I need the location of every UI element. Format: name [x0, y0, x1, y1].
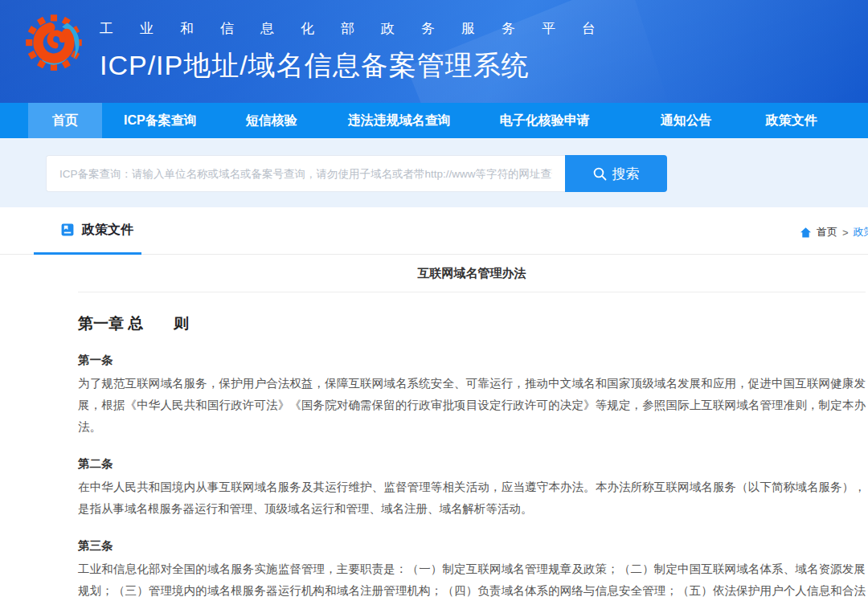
breadcrumb-separator: > — [842, 227, 849, 239]
law-article-body: 为了规范互联网域名服务，保护用户合法权益，保障互联网域名系统安全、可靠运行，推动… — [78, 373, 866, 438]
law-article-body: 工业和信息化部对全国的域名服务实施监督管理，主要职责是：（一）制定互联网域名管理… — [78, 558, 866, 605]
nav-item-policy-files[interactable]: 政策文件 — [766, 103, 817, 138]
nav-item-e-verify-apply[interactable]: 电子化核验申请 — [500, 103, 590, 138]
gear-e-logo-icon — [26, 6, 85, 76]
search-button[interactable]: 搜索 — [565, 155, 667, 192]
platform-name: 工业和信息化部政务服务平台 — [100, 19, 622, 38]
section-title: 政策文件 — [82, 222, 133, 239]
law-article-heading: 第一条 — [78, 353, 866, 368]
law-article-body: 在中华人民共和国境内从事互联网域名服务及其运行维护、监督管理等相关活动，应当遵守… — [78, 476, 866, 520]
icp-search-input[interactable] — [46, 155, 565, 192]
nav-item-illegal-domain-query[interactable]: 违法违规域名查询 — [348, 103, 451, 138]
section-tab-bar: 政策文件 首页 > 政策文件 — [0, 207, 868, 255]
breadcrumb-home[interactable]: 首页 — [817, 225, 837, 239]
law-article-2: 第二条 在中华人民共和国境内从事互联网域名服务及其运行维护、监督管理等相关活动，… — [78, 456, 866, 520]
site-title: ICP/IP地址/域名信息备案管理系统 — [100, 47, 622, 84]
nav-item-sms-verify[interactable]: 短信核验 — [246, 103, 297, 138]
miit-logo[interactable] — [26, 6, 85, 76]
nav-item-home[interactable]: 首页 — [28, 103, 102, 138]
chapter-heading: 第一章 总 则 — [78, 313, 866, 334]
book-icon — [60, 223, 75, 237]
policy-article: 互联网域名管理办法 第一章 总 则 第一条 为了规范互联网域名服务，保护用户合法… — [78, 255, 866, 605]
content-panel: 政策文件 首页 > 政策文件 互联网域名管理办法 第一章 总 则 第一条 为了规… — [0, 207, 868, 605]
tab-policy-files[interactable]: 政策文件 — [34, 207, 141, 255]
nav-item-notices[interactable]: 通知公告 — [661, 103, 712, 138]
breadcrumb: 首页 > 政策文件 — [800, 225, 868, 239]
law-article-3: 第三条 工业和信息化部对全国的域名服务实施监督管理，主要职责是：（一）制定互联网… — [78, 538, 866, 605]
document-title: 互联网域名管理办法 — [78, 255, 866, 292]
home-icon — [800, 227, 812, 239]
search-button-label: 搜索 — [612, 165, 640, 183]
site-header: 工业和信息化部政务服务平台 ICP/IP地址/域名信息备案管理系统 — [0, 0, 868, 103]
law-article-heading: 第二条 — [78, 456, 866, 472]
law-article-1: 第一条 为了规范互联网域名服务，保护用户合法权益，保障互联网域名系统安全、可靠运… — [78, 353, 866, 438]
search-section: 搜索 网站 APP 小程序 快应用 — [0, 138, 868, 207]
main-nav: 首页 ICP备案查询 短信核验 违法违规域名查询 电子化核验申请 通知公告 政策… — [0, 103, 868, 138]
search-icon — [593, 167, 607, 181]
law-article-heading: 第三条 — [78, 538, 866, 554]
breadcrumb-current[interactable]: 政策文件 — [854, 225, 868, 239]
nav-item-icp-query[interactable]: ICP备案查询 — [124, 103, 197, 138]
